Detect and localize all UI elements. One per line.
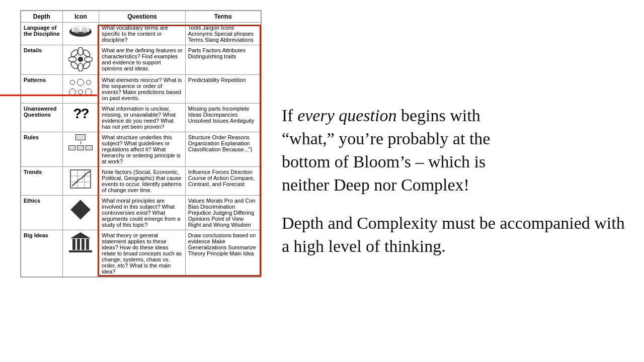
svg-point-10 <box>82 49 91 58</box>
table-row: Patterns <box>21 75 261 104</box>
depth-label: Language of the Discipline <box>21 23 62 45</box>
paragraph-1: If every question begins with“what,” you… <box>282 104 629 197</box>
svg-point-8 <box>85 57 93 62</box>
terms-cell: Parts Factors Attributes Distinguishing … <box>185 45 261 75</box>
svg-point-9 <box>70 49 79 58</box>
icon-cell <box>62 230 99 278</box>
left-panel: Depth Icon Questions Terms Language of t… <box>0 0 267 362</box>
questions-cell: What theory or general statement applies… <box>99 230 185 278</box>
diamond-icon <box>71 200 91 220</box>
icon-cell <box>62 167 99 196</box>
table-row: Rules <box>21 132 261 167</box>
paragraph-2: Depth and Complexity must be accompanied… <box>282 212 629 258</box>
right-panel: If every question begins with“what,” you… <box>267 0 644 362</box>
depth-label: Big Ideas <box>21 230 62 278</box>
header-questions: Questions <box>99 11 185 23</box>
table-row: Trends No <box>21 167 261 196</box>
svg-point-12 <box>82 61 91 70</box>
depth-label: Unanswered Questions <box>21 104 62 132</box>
svg-point-2 <box>73 28 79 33</box>
depth-label: Rules <box>21 132 62 167</box>
terms-cell: Missing parts Incomplete Ideas Discrepan… <box>185 104 261 132</box>
org-chart-icon <box>65 134 97 150</box>
temple-icon <box>65 232 97 252</box>
terms-cell: Draw conclusions based on evidence Make … <box>185 230 261 278</box>
depth-label: Ethics <box>21 196 62 230</box>
icon-cell <box>62 23 99 45</box>
terms-cell: Predictability Repetition <box>185 75 261 104</box>
header-icon: Icon <box>62 11 99 23</box>
header-terms: Terms <box>185 11 261 23</box>
questions-cell: What moral principles are involved in th… <box>99 196 185 230</box>
terms-cell: Tools Jargon Icons Acronyms Special phra… <box>185 23 261 45</box>
icon-cell <box>62 196 99 230</box>
table-wrapper: Depth Icon Questions Terms Language of t… <box>20 10 262 278</box>
icon-cell: ?? <box>62 104 99 132</box>
table-row: Language of the Discipline What vocabula… <box>21 23 261 45</box>
question-marks-icon: ?? <box>73 106 88 121</box>
questions-cell: What are the defining features or charac… <box>99 45 185 75</box>
table-row: Unanswered Questions ?? What information… <box>21 104 261 132</box>
depth-label: Patterns <box>21 75 62 104</box>
questions-cell: What vocabulary terms are specific to th… <box>99 23 185 45</box>
questions-cell: What structure underlies this subject? W… <box>99 132 185 167</box>
terms-cell: Influence Forces Direction Course of Act… <box>185 167 261 196</box>
svg-point-13 <box>78 57 83 62</box>
terms-cell: Values Morals Pro and Con Bias Discrimin… <box>185 196 261 230</box>
svg-point-6 <box>78 63 83 71</box>
terms-cell: Structure Order Reasons Organization Exp… <box>185 132 261 167</box>
table-header-row: Depth Icon Questions Terms <box>21 11 261 23</box>
icon-cell <box>62 132 99 167</box>
svg-point-5 <box>78 47 83 55</box>
depth-label: Trends <box>21 167 62 196</box>
lips-icon <box>68 25 93 39</box>
flower-icon <box>68 47 93 71</box>
table-row: Details <box>21 45 261 75</box>
questions-cell: What information is unclear, missing, or… <box>99 104 185 132</box>
italic-text: every question <box>297 106 396 125</box>
icon-cell <box>62 45 99 75</box>
questions-cell: What elements reoccur? What is the seque… <box>99 75 185 104</box>
depth-complexity-table: Depth Icon Questions Terms Language of t… <box>20 10 262 278</box>
header-depth: Depth <box>21 11 62 23</box>
icon-cell <box>62 75 99 104</box>
trends-chart-icon <box>69 169 92 189</box>
depth-label: Details <box>21 45 62 75</box>
questions-cell: Note factors (Social, Economic, Politica… <box>99 167 185 196</box>
circles-icon <box>65 77 97 98</box>
svg-point-11 <box>70 61 79 70</box>
svg-point-7 <box>68 57 76 62</box>
table-row: Big Ideas <box>21 230 261 278</box>
svg-point-3 <box>82 28 88 33</box>
table-row: Ethics What moral principles are involve… <box>21 196 261 230</box>
